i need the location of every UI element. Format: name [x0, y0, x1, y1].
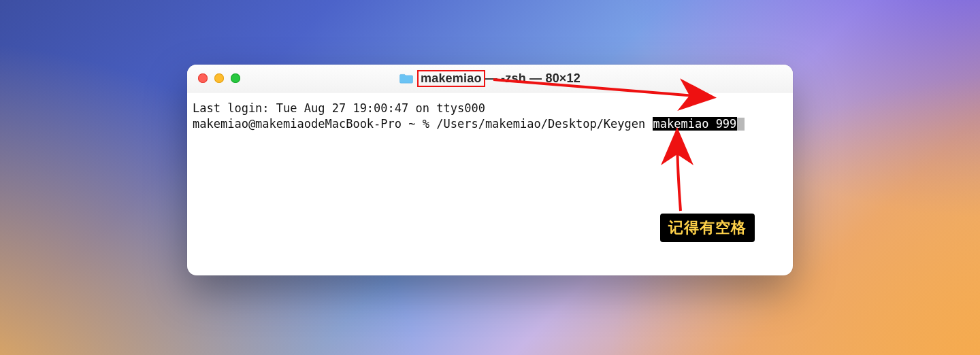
terminal-body[interactable]: Last login: Tue Aug 27 19:00:47 on ttys0…	[187, 92, 793, 140]
window-title-rest: — -zsh — 80×12	[485, 71, 581, 86]
last-login-line: Last login: Tue Aug 27 19:00:47 on ttys0…	[193, 101, 485, 115]
close-button[interactable]	[198, 73, 208, 83]
terminal-window[interactable]: makemiao — -zsh — 80×12 Last login: Tue …	[187, 65, 793, 275]
selected-arguments: makemiao 999	[653, 117, 738, 131]
window-title: makemiao — -zsh — 80×12	[417, 70, 581, 87]
window-title-highlighted: makemiao	[417, 70, 485, 87]
traffic-lights	[187, 73, 240, 83]
annotation-label: 记得有空格	[660, 214, 755, 242]
window-titlebar[interactable]: makemiao — -zsh — 80×12	[187, 65, 793, 92]
cursor	[737, 118, 745, 131]
folder-icon	[399, 73, 413, 84]
zoom-button[interactable]	[231, 73, 240, 83]
minimize-button[interactable]	[214, 73, 224, 83]
command-text: /Users/makemiao/Desktop/Keygen	[436, 117, 652, 131]
shell-prompt: makemiao@makemiaodeMacBook-Pro ~ %	[193, 117, 436, 131]
